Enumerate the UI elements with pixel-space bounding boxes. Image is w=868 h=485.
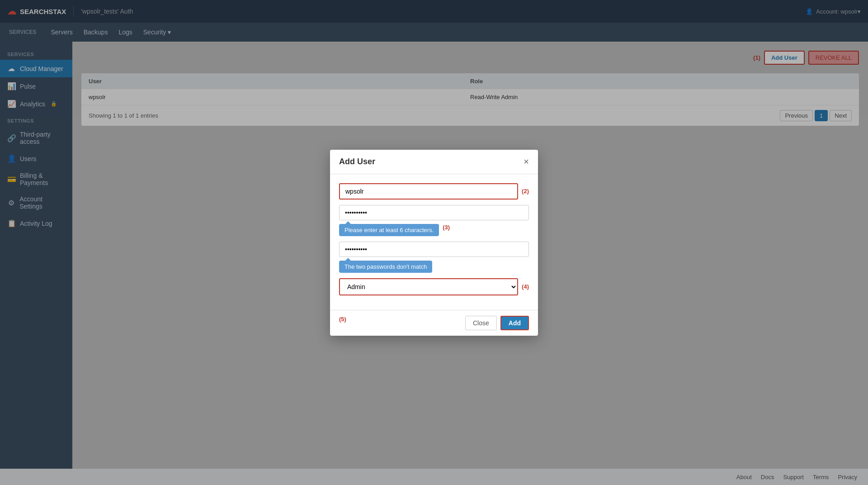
modal-body: (2) Please enter at least 6 characters. … (330, 174, 538, 310)
role-select[interactable]: Admin Read-Write Read-Only (339, 278, 518, 295)
username-input[interactable] (339, 183, 518, 200)
step2-label: (2) (522, 188, 529, 195)
add-user-modal: Add User × (2) Please enter at least 6 c… (330, 150, 538, 336)
modal-add-button[interactable]: Add (500, 316, 529, 330)
step4-label: (4) (522, 283, 529, 290)
password-input[interactable] (339, 205, 529, 220)
password-tooltip: Please enter at least 6 characters. (339, 224, 439, 236)
modal-header: Add User × (330, 150, 538, 174)
username-field-group: (2) (339, 183, 529, 200)
modal-overlay: Add User × (2) Please enter at least 6 c… (0, 0, 868, 485)
confirm-password-field-group: The two passwords don't match (339, 242, 529, 273)
confirm-password-input[interactable] (339, 242, 529, 257)
confirm-password-tooltip: The two passwords don't match (339, 261, 432, 273)
role-field-group: Admin Read-Write Read-Only (4) (339, 278, 529, 295)
modal-title: Add User (339, 157, 375, 166)
password-field-group: Please enter at least 6 characters. (3) (339, 205, 529, 236)
modal-footer: (5) Close Add (330, 310, 538, 336)
modal-close-button[interactable]: × (524, 157, 529, 166)
step5-label: (5) (339, 316, 346, 330)
step3-label: (3) (443, 224, 450, 231)
modal-close-action-button[interactable]: Close (465, 316, 497, 330)
